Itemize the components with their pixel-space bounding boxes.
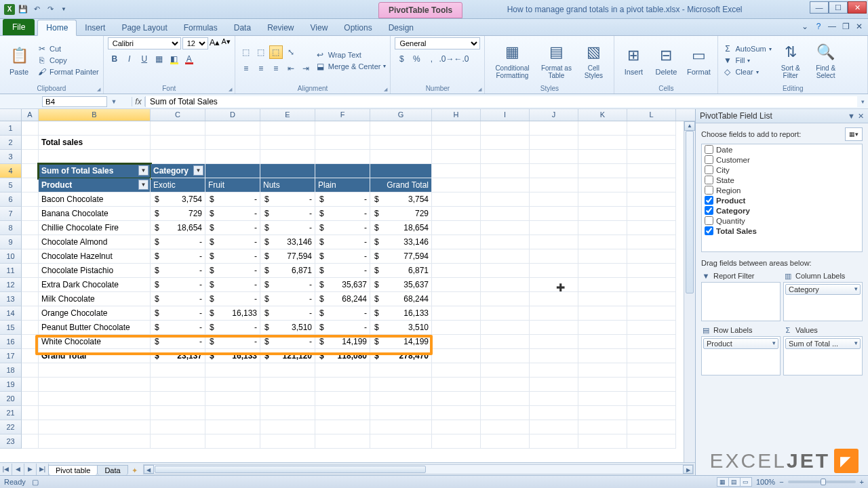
col-A[interactable]: A — [22, 109, 39, 121]
row-19[interactable]: 19 — [0, 378, 22, 392]
copy-button[interactable]: ⎘Copy — [37, 56, 99, 66]
help-icon[interactable]: ? — [814, 22, 823, 31]
tab-file[interactable]: File — [3, 19, 35, 35]
row-21[interactable]: 21 — [0, 406, 22, 420]
align-top-icon[interactable]: ⬚ — [239, 45, 253, 59]
col-J[interactable]: J — [530, 109, 578, 121]
new-sheet-icon[interactable]: ✦ — [128, 466, 142, 475]
area-column-labels[interactable]: ▥Column Labels Category — [783, 270, 863, 321]
tab-review[interactable]: Review — [259, 20, 302, 35]
row-13[interactable]: 13 — [0, 292, 22, 306]
col-field-dropdown-icon[interactable]: ▼ — [193, 165, 203, 176]
row-14[interactable]: 14 — [0, 306, 22, 321]
row-5[interactable]: 5 — [0, 178, 22, 192]
shrink-font-icon[interactable]: A▾ — [221, 37, 230, 49]
clear-button[interactable]: ◇Clear ▾ — [722, 67, 771, 77]
sheet-tab-data[interactable]: Data — [97, 465, 127, 475]
maximize-button[interactable]: ☐ — [829, 1, 848, 14]
align-right-icon[interactable]: ≡ — [269, 62, 283, 75]
row-8[interactable]: 8 — [0, 221, 22, 235]
field-checkbox[interactable] — [705, 165, 713, 174]
workbook-minimize-icon[interactable]: — — [827, 22, 837, 31]
row-3[interactable]: 3 — [0, 150, 22, 164]
spreadsheet-grid[interactable]: A B C D E F G H I J K L 1 2 Total sales … — [0, 109, 695, 475]
increase-decimal-icon[interactable]: .0→ — [439, 52, 453, 66]
col-G[interactable]: G — [370, 109, 432, 121]
pivot-corner-cell[interactable]: Sum of Total Sales▼ — [39, 164, 151, 178]
number-format-select[interactable]: General — [395, 37, 480, 49]
italic-button[interactable]: I — [123, 52, 136, 66]
delete-cells-button[interactable]: ⊟Delete — [651, 43, 681, 77]
fx-icon[interactable]: fx — [132, 97, 145, 106]
row-4[interactable]: 4 — [0, 164, 22, 178]
zoom-level[interactable]: 100% — [756, 478, 775, 486]
field-checkbox[interactable] — [705, 155, 713, 164]
bold-button[interactable]: B — [108, 52, 121, 66]
chip-product[interactable]: Product — [703, 338, 778, 349]
grow-font-icon[interactable]: A▴ — [210, 37, 220, 49]
col-L[interactable]: L — [627, 109, 676, 121]
hscroll-left-icon[interactable]: ◀ — [144, 465, 154, 474]
close-button[interactable]: ✕ — [848, 1, 867, 14]
align-middle-icon[interactable]: ⬚ — [254, 45, 268, 59]
tab-page-layout[interactable]: Page Layout — [113, 20, 175, 35]
view-layout-icon[interactable]: ▤ — [728, 477, 741, 487]
row-10[interactable]: 10 — [0, 249, 22, 264]
tab-data[interactable]: Data — [226, 20, 259, 35]
sheet-nav-prev-icon[interactable]: ◀ — [12, 464, 24, 475]
sheet-tab-pivot[interactable]: Pivot table — [48, 465, 98, 475]
sheet-nav-first-icon[interactable]: |◀ — [0, 464, 12, 475]
col-H[interactable]: H — [432, 109, 481, 121]
scroll-up-icon[interactable]: ▲ — [684, 121, 695, 131]
area-report-filter[interactable]: ▼Report Filter — [701, 270, 781, 321]
accounting-format-icon[interactable]: $ — [395, 52, 408, 66]
font-color-button[interactable]: A — [182, 52, 196, 66]
qat-customize-icon[interactable]: ▼ — [58, 4, 69, 15]
comma-format-icon[interactable]: , — [425, 52, 438, 66]
field-total-sales[interactable]: Total Sales — [702, 226, 862, 236]
font-name-select[interactable]: Calibri — [108, 37, 181, 49]
formula-input[interactable]: Sum of Total Sales — [145, 96, 857, 107]
col-B[interactable]: B — [39, 109, 151, 121]
tab-formulas[interactable]: Formulas — [176, 20, 226, 35]
hscroll-right-icon[interactable]: ▶ — [683, 465, 693, 474]
cut-button[interactable]: ✂Cut — [37, 44, 99, 54]
tab-insert[interactable]: Insert — [77, 20, 113, 35]
macro-record-icon[interactable]: ▢ — [32, 478, 39, 486]
zoom-out-icon[interactable]: − — [779, 478, 783, 486]
vertical-scrollbar[interactable]: ▲ ▼ — [684, 121, 695, 475]
field-checkbox[interactable] — [705, 145, 713, 154]
col-K[interactable]: K — [578, 109, 627, 121]
autosum-button[interactable]: ΣAutoSum ▾ — [722, 44, 771, 54]
view-pagebreak-icon[interactable]: ▭ — [740, 477, 752, 487]
format-painter-button[interactable]: 🖌Format Painter — [37, 67, 99, 77]
row-6[interactable]: 6 — [0, 192, 22, 207]
format-cells-button[interactable]: ▭Format — [684, 43, 713, 77]
field-checkbox[interactable] — [705, 196, 713, 205]
fill-color-button[interactable]: ◧ — [167, 52, 181, 66]
row-15[interactable]: 15 — [0, 321, 22, 335]
row-16[interactable]: 16 — [0, 335, 22, 349]
underline-button[interactable]: U — [138, 52, 151, 66]
minimize-button[interactable]: — — [810, 1, 829, 14]
zoom-slider[interactable] — [788, 481, 856, 483]
horizontal-scrollbar[interactable]: ◀ ▶ — [143, 464, 694, 474]
conditional-formatting-button[interactable]: ▦Conditional Formatting — [489, 40, 535, 81]
row-18[interactable]: 18 — [0, 363, 22, 378]
qat-save-icon[interactable]: 💾 — [18, 4, 28, 15]
tab-home[interactable]: Home — [37, 20, 77, 36]
view-normal-icon[interactable]: ▦ — [717, 477, 729, 487]
area-row-labels[interactable]: ▤Row Labels Product — [701, 324, 781, 375]
scroll-thumb[interactable] — [686, 131, 694, 293]
percent-format-icon[interactable]: % — [410, 52, 423, 66]
sort-filter-button[interactable]: ⇅Sort & Filter — [774, 40, 807, 81]
row-12[interactable]: 12 — [0, 278, 22, 292]
align-left-icon[interactable]: ≡ — [239, 62, 253, 75]
row-23[interactable]: 23 — [0, 434, 22, 449]
align-center-icon[interactable]: ≡ — [254, 62, 268, 75]
col-D[interactable]: D — [205, 109, 260, 121]
field-list-close-icon[interactable]: ✕ — [858, 112, 864, 120]
chip-values[interactable]: Sum of Total ... — [785, 338, 861, 349]
qat-undo-icon[interactable]: ↶ — [31, 4, 42, 15]
field-checkbox[interactable] — [705, 176, 713, 184]
